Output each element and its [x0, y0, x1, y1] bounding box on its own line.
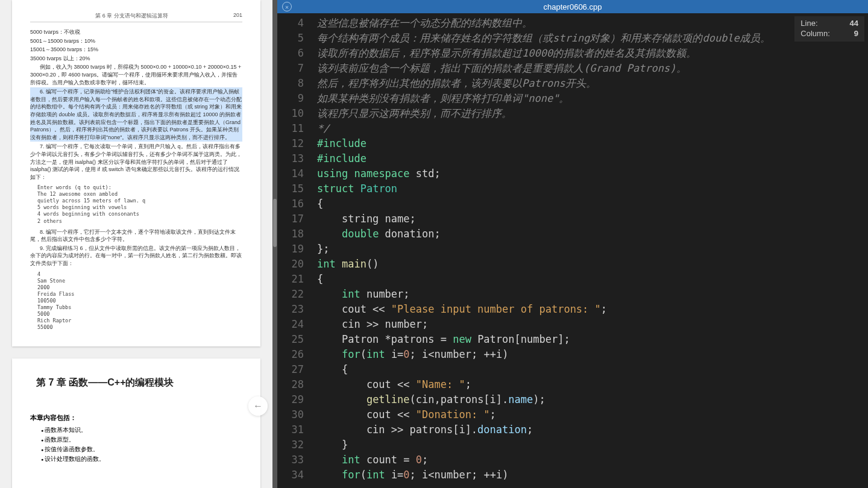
cursor-status: Line: 44 Column: 9 — [794, 16, 864, 42]
document-panel[interactable]: 第 6 章 分支语句和逻辑运算符 201 5000 tvarps：不收税 500… — [0, 0, 272, 488]
file-title: chapter0606.cpp — [544, 2, 602, 11]
doc-header-title: 第 6 章 分支语句和逻辑运算符 — [95, 12, 168, 20]
prev-page-button[interactable]: ← — [248, 396, 268, 416]
close-button[interactable]: ✕ — [282, 2, 292, 11]
close-icon: ✕ — [285, 4, 289, 10]
title-bar: ✕ chapter0606.cpp — [277, 0, 868, 13]
line-gutter: 4567891011121314151617181920212223242526… — [277, 13, 310, 488]
doc-page-number: 201 — [233, 12, 242, 20]
panel-divider[interactable] — [272, 0, 277, 488]
doc-page-1: 第 6 章 分支语句和逻辑运算符 201 5000 tvarps：不收税 500… — [12, 0, 260, 346]
line-label: Line: — [800, 19, 817, 29]
editor-panel: ✕ chapter0606.cpp 4567891011121314151617… — [277, 0, 868, 488]
selected-text[interactable]: 6. 编写一个程序，记录捐助给"维护合法权利团体"的资金。该程序要求用户输入捐献… — [30, 87, 242, 142]
sample-output-7: Enter words (q to quit): The 12 awesome … — [37, 184, 242, 224]
chapter-title: 第 7 章 函数——C++的编程模块 — [36, 377, 242, 389]
editor-area[interactable]: 4567891011121314151617181920212223242526… — [277, 13, 868, 488]
doc-page-2: 第 7 章 函数——C++的编程模块 本章内容包括： 函数基本知识。 函数原型。… — [12, 358, 260, 488]
code-content[interactable]: 这些信息被储存在一个动态分配的结构数组中。每个结构有两个成员：用来储存姓名的字符… — [310, 13, 868, 488]
line-value: 44 — [850, 19, 858, 29]
column-label: Column: — [800, 29, 829, 39]
arrow-left-icon: ← — [253, 401, 263, 411]
column-value: 9 — [854, 29, 858, 39]
doc-body: 5000 tvarps：不收税 5001～15000 tvarps：10% 15… — [30, 28, 242, 331]
sample-output-9: 4 Sam Stone 2000 Freida Flass 100500 Tam… — [37, 271, 242, 331]
contents-list: 函数基本知识。 函数原型。 按值传递函数参数。 设计处理数组的函数。 — [30, 426, 242, 463]
contents-heading: 本章内容包括： — [30, 413, 242, 422]
doc-page-header: 第 6 章 分支语句和逻辑运算符 201 — [30, 12, 242, 22]
